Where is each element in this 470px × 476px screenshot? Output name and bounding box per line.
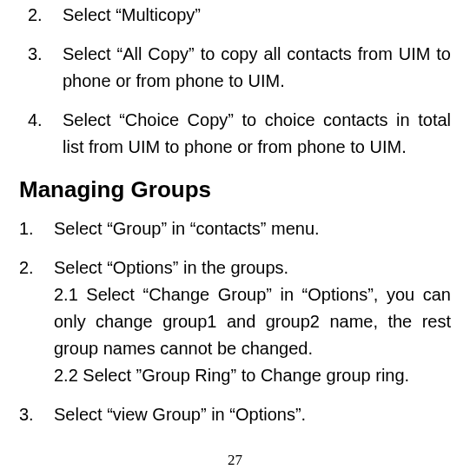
list1-item-4: 4. Select “Choice Copy” to choice contac… <box>28 107 451 161</box>
list1-item-2-text: Select “Multicopy” <box>63 2 451 29</box>
list2-item-2-sub2: 2.2 Select ”Group Ring” to Change group … <box>54 362 451 389</box>
list1-item-4-text: Select “Choice Copy” to choice contacts … <box>63 107 451 161</box>
list2-item-2-body: Select “Options” in the groups. 2.1 Sele… <box>54 255 451 389</box>
list2-item-1-text: Select “Group” in “contacts” menu. <box>54 215 451 242</box>
list2-item-3: 3. Select “view Group” in “Options”. <box>19 401 451 428</box>
list2-item-1-num: 1. <box>19 215 54 242</box>
list2-item-2: 2. Select “Options” in the groups. 2.1 S… <box>19 255 451 389</box>
list1-item-2-num: 2. <box>28 2 63 29</box>
list2-item-3-text: Select “view Group” in “Options”. <box>54 401 451 428</box>
page: 2. Select “Multicopy” 3. Select “All Cop… <box>0 0 470 476</box>
page-number: 27 <box>0 452 470 469</box>
list1-item-3-num: 3. <box>28 41 63 95</box>
list2-item-1: 1. Select “Group” in “contacts” menu. <box>19 215 451 242</box>
heading-managing-groups: Managing Groups <box>19 176 451 203</box>
list1-item-2: 2. Select “Multicopy” <box>28 2 451 29</box>
list1-item-4-num: 4. <box>28 107 63 161</box>
list2-item-2-num: 2. <box>19 255 54 389</box>
list2-item-2-sub1: 2.1 Select “Change Group” in “Options”, … <box>54 281 451 362</box>
list2-item-2-text: Select “Options” in the groups. <box>54 258 288 277</box>
list1-item-3-text: Select “All Copy” to copy all contacts f… <box>63 41 451 95</box>
list2-item-3-num: 3. <box>19 401 54 428</box>
list1-item-3: 3. Select “All Copy” to copy all contact… <box>28 41 451 95</box>
